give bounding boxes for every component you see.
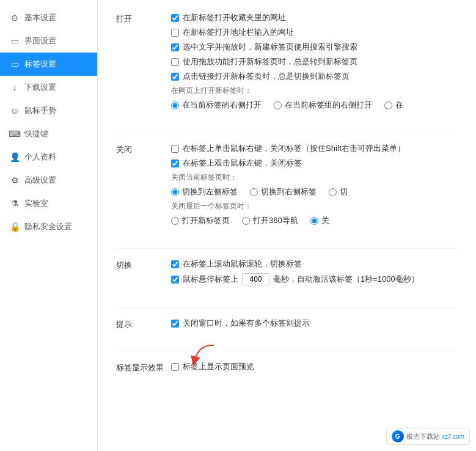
radio-right-group[interactable]	[274, 101, 282, 109]
radio-close-win-input[interactable]	[310, 217, 318, 225]
close-section: 关闭 在标签上单击鼠标右键，关闭标签（按住Shift右击可弹出菜单） 在标签上双…	[116, 143, 458, 230]
sidebar-item-lab-label: 实验室	[24, 198, 48, 209]
sidebar-item-shortcut[interactable]: ⌨ 快捷键	[0, 122, 97, 145]
ui-settings-icon: ▭	[10, 36, 20, 46]
sidebar-item-basic[interactable]: ⊙ 基本设置	[0, 6, 97, 29]
sidebar-item-basic-label: 基本设置	[24, 12, 56, 23]
sidebar-item-profile-label: 个人资料	[24, 152, 56, 163]
checkbox-scroll-switch: 在标签上滚动鼠标滚轮，切换标签	[171, 258, 458, 270]
hover-row: 鼠标悬停标签上 毫秒，自动激活该标签（1秒=1000毫秒）	[171, 273, 458, 285]
switch-section: 切换 在标签上滚动鼠标滚轮，切换标签 鼠标悬停标签上 毫秒，自动激活该标签（1秒…	[116, 258, 458, 289]
hover-suffix-label: 毫秒，自动激活该标签（1秒=1000毫秒）	[273, 274, 419, 285]
radio-right-cur[interactable]	[171, 101, 179, 109]
sidebar: ⊙ 基本设置 ▭ 界面设置 ▭ 标签设置 ↓ 下载设置 ☺ 鼠标手势 ⌨ 快捷键…	[0, 0, 98, 451]
open-section: 打开 在新标签打开收藏夹里的网址 在新标签打开地址栏输入的网址 选中文字并拖放时…	[116, 12, 458, 114]
hover-switch-checkbox[interactable]	[171, 276, 179, 284]
close-prompt-label: 关闭窗口时，如果有多个标签则提示	[183, 318, 310, 329]
open-drag-checkbox[interactable]	[171, 58, 179, 66]
sidebar-item-tab[interactable]: ▭ 标签设置	[0, 53, 97, 76]
sidebar-item-download[interactable]: ↓ 下载设置	[0, 76, 97, 99]
open-addr-label: 在新标签打开地址栏输入的网址	[183, 27, 294, 38]
main-content: 打开 在新标签打开收藏夹里的网址 在新标签打开地址栏输入的网址 选中文字并拖放时…	[98, 0, 476, 451]
divider-1	[116, 133, 458, 133]
open-radio-group: 在当前标签的右侧打开 在当前标签组的右侧打开 在	[171, 100, 458, 111]
open-link-label: 点击链接打开新标签页时，总是切换到新标签页	[183, 71, 350, 82]
prompt-section: 提示 关闭窗口时，如果有多个标签则提示	[116, 318, 458, 332]
sidebar-item-mouse-label: 鼠标手势	[24, 105, 56, 116]
profile-icon: 👤	[10, 152, 20, 162]
checkbox-close-dbl: 在标签上双击鼠标左键，关闭标签	[171, 158, 458, 169]
sidebar-item-lab[interactable]: ⚗ 实验室	[0, 192, 97, 215]
radio-open-right-cur: 在当前标签的右侧打开	[171, 100, 262, 111]
effect-label: 标签显示效果	[116, 361, 171, 373]
sidebar-item-advanced[interactable]: ⚙ 高级设置	[0, 169, 97, 192]
radio-right-other[interactable]	[384, 101, 392, 109]
radio-close-win: 关	[310, 215, 329, 226]
sidebar-item-mouse[interactable]: ☺ 鼠标手势	[0, 99, 97, 122]
radio-left-tab-input[interactable]	[171, 188, 179, 196]
basic-settings-icon: ⊙	[10, 13, 20, 23]
privacy-icon: 🔒	[10, 222, 20, 232]
mouse-gesture-icon: ☺	[10, 106, 20, 116]
radio-right-tab: 切换到右侧标签	[250, 186, 317, 197]
prompt-content: 关闭窗口时，如果有多个标签则提示	[171, 318, 458, 332]
sidebar-item-profile[interactable]: 👤 个人资料	[0, 145, 97, 169]
open-sublabel: 在网页上打开新标签时：	[171, 86, 458, 96]
close-sublabel1: 关闭当前标签页时：	[171, 172, 458, 183]
close-right-checkbox[interactable]	[171, 145, 179, 153]
radio-right-group-label: 在当前标签组的右侧打开	[285, 100, 372, 111]
prompt-section-row: 提示 关闭窗口时，如果有多个标签则提示	[116, 318, 458, 332]
open-content: 在新标签打开收藏夹里的网址 在新标签打开地址栏输入的网址 选中文字并拖放时，新建…	[171, 12, 458, 114]
close-section-row: 关闭 在标签上单击鼠标右键，关闭标签（按住Shift右击可弹出菜单） 在标签上双…	[116, 143, 458, 230]
checkbox-close-prompt: 关闭窗口时，如果有多个标签则提示	[171, 318, 458, 329]
open-addr-checkbox[interactable]	[171, 29, 179, 37]
radio-new-tab-label: 打开新标签页	[182, 215, 230, 226]
close-radio-group1: 切换到左侧标签 切换到右侧标签 切	[171, 186, 458, 197]
close-dbl-checkbox[interactable]	[171, 160, 179, 167]
close-prompt-checkbox[interactable]	[171, 320, 179, 328]
open-link-checkbox[interactable]	[171, 73, 179, 81]
sidebar-item-download-label: 下载设置	[24, 82, 56, 93]
radio-right-tab-input[interactable]	[250, 188, 258, 196]
divider-3	[116, 307, 458, 308]
advanced-settings-icon: ⚙	[10, 175, 20, 185]
open-search-checkbox[interactable]	[171, 43, 179, 51]
sidebar-item-shortcut-label: 快捷键	[24, 128, 48, 139]
radio-new-tab-input[interactable]	[171, 217, 179, 225]
close-content: 在标签上单击鼠标右键，关闭标签（按住Shift右击可弹出菜单） 在标签上双击鼠标…	[171, 143, 458, 230]
radio-open-360-label: 打开360导航	[253, 215, 298, 226]
sidebar-item-advanced-label: 高级设置	[24, 175, 56, 186]
effect-section-row: 标签显示效果	[116, 361, 458, 376]
checkbox-open-addr: 在新标签打开地址栏输入的网址	[171, 27, 458, 38]
switch-content: 在标签上滚动鼠标滚轮，切换标签 鼠标悬停标签上 毫秒，自动激活该标签（1秒=10…	[171, 258, 458, 289]
checkbox-close-right: 在标签上单击鼠标右键，关闭标签（按住Shift右击可弹出菜单）	[171, 143, 458, 154]
radio-right-other-label: 在	[395, 100, 403, 111]
sidebar-item-ui[interactable]: ▭ 界面设置	[0, 29, 97, 53]
open-search-label: 选中文字并拖放时，新建标签页使用搜索引擎搜索	[183, 42, 357, 53]
sidebar-item-ui-label: 界面设置	[24, 35, 56, 46]
open-fav-label: 在新标签打开收藏夹里的网址	[183, 12, 286, 23]
sidebar-item-privacy[interactable]: 🔒 隐私安全设置	[0, 215, 97, 238]
radio-open-360: 打开360导航	[242, 215, 298, 226]
switch-section-row: 切换 在标签上滚动鼠标滚轮，切换标签 鼠标悬停标签上 毫秒，自动激活该标签（1秒…	[116, 258, 458, 289]
radio-left-tab: 切换到左侧标签	[171, 186, 238, 197]
radio-open-360-input[interactable]	[242, 217, 250, 225]
red-arrow-indicator	[189, 344, 226, 367]
radio-left-tab-label: 切换到左侧标签	[182, 186, 238, 197]
scroll-switch-checkbox[interactable]	[171, 260, 179, 268]
open-fav-checkbox[interactable]	[171, 14, 179, 22]
hover-value-input[interactable]	[242, 273, 269, 285]
radio-close-win-label: 关	[321, 215, 329, 226]
checkbox-open-drag: 使用拖放功能打开新标签页时，总是转到新标签页	[171, 56, 458, 67]
open-section-row: 打开 在新标签打开收藏夹里的网址 在新标签打开地址栏输入的网址 选中文字并拖放时…	[116, 12, 458, 114]
preview-checkbox[interactable]	[171, 363, 179, 371]
radio-right-tab-label: 切换到右侧标签	[261, 186, 317, 197]
lab-icon: ⚗	[10, 199, 20, 208]
checkbox-open-search: 选中文字并拖放时，新建标签页使用搜索引擎搜索	[171, 42, 458, 53]
hover-prefix-label: 鼠标悬停标签上	[183, 274, 238, 285]
open-label: 打开	[116, 12, 171, 24]
close-dbl-label: 在标签上双击鼠标左键，关闭标签	[183, 158, 302, 169]
radio-other-close-input[interactable]	[329, 188, 337, 196]
watermark-text: 极光下载站 xz7.com	[406, 432, 464, 441]
divider-4	[116, 351, 458, 351]
